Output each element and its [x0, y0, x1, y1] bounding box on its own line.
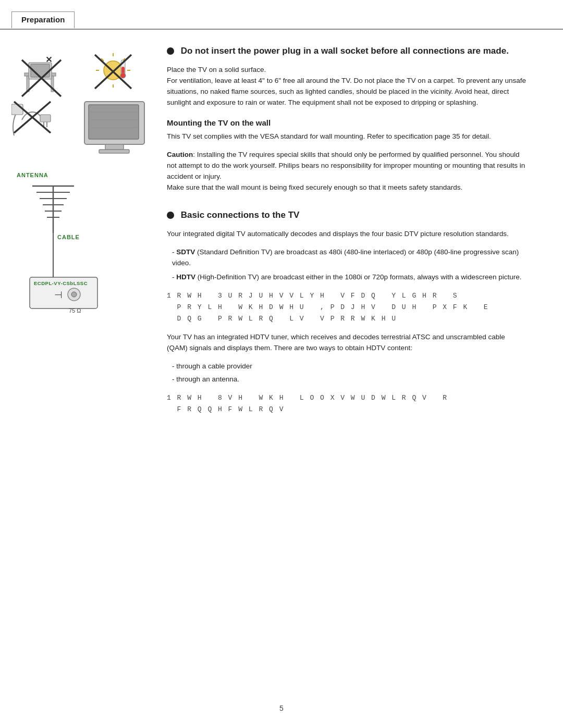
svg-text:⊣: ⊣: [54, 290, 63, 300]
mounting-text: This TV set complies with the VESA stand…: [167, 131, 527, 142]
sdtv-item: - SDTV (Standard Definition TV) are broa…: [167, 247, 527, 269]
preparation-tab: Preparation: [11, 11, 75, 28]
svg-text:✕: ✕: [45, 55, 52, 64]
sdtv-text: (Standard Definition TV) are broadcast a…: [172, 248, 519, 267]
main-heading-text: Do not insert the power plug in a wall s…: [181, 46, 509, 56]
caution-body: : Installing the TV requires special ski…: [167, 151, 525, 180]
hdtv-way-1: - through a cable provider: [167, 361, 527, 372]
svg-rect-34: [99, 150, 129, 153]
svg-text:CABLE: CABLE: [57, 234, 80, 240]
top-divider: [0, 29, 563, 30]
hdtv-text: (High-Definition TV) are broadcast eithe…: [195, 273, 522, 281]
antenna-diagram-svg: CABLE ECDPL-VY-CSbLSSC ⊣ 75 Ω: [17, 181, 121, 316]
svg-rect-33: [105, 144, 124, 150]
main-heading: Do not insert the power plug in a wall s…: [167, 45, 527, 57]
svg-rect-29: [89, 105, 139, 139]
basic-connections-heading: Basic connections to the TV: [167, 209, 527, 221]
note-block-2: 1 R W H 8 V H W K H L O O X V W U D W L …: [167, 392, 527, 415]
prep-tab-label: Preparation: [21, 15, 65, 24]
caution-body-2: Make sure that the wall mount is being f…: [167, 183, 462, 191]
sdtv-label: SDTV: [176, 248, 195, 256]
caution-label: Caution: [167, 151, 193, 158]
svg-point-25: [120, 73, 126, 78]
svg-point-49: [71, 292, 77, 297]
caution-text: Caution: Installing the TV requires spec…: [167, 150, 527, 193]
illustrations-svg: ✕: [11, 42, 152, 156]
mounting-heading: Mounting the TV on the wall: [167, 118, 527, 127]
right-column: Do not insert the power plug in a wall s…: [167, 36, 542, 423]
page-container: Preparation: [0, 0, 563, 728]
hdtv-way-2: - through an antenna.: [167, 374, 527, 385]
antenna-svg-area: CABLE ECDPL-VY-CSbLSSC ⊣ 75 Ω: [17, 181, 152, 318]
note-block-2-line1: 1 R W H 8 V H W K H L O O X V W U D W L …: [167, 392, 527, 404]
hdtv-tuner-text: Your TV has an integrated HDTV tuner, wh…: [167, 332, 527, 354]
svg-rect-11: [11, 104, 23, 115]
hdtv-item: - HDTV (High-Definition TV) are broadcas…: [167, 272, 527, 283]
illustrations-area: ✕: [11, 42, 152, 156]
basic-connections-intro: Your integrated digital TV automatically…: [167, 229, 527, 240]
page-number: 5: [279, 704, 284, 712]
note-block-1-line2: P R Y L H W K H D W H U , P D J H V D U …: [167, 302, 527, 313]
hdtv-label: HDTV: [176, 273, 195, 281]
antenna-label: ANTENNA: [17, 172, 152, 178]
svg-rect-8: [40, 115, 51, 122]
intro-text: Place the TV on a solid surface. For ven…: [167, 65, 527, 108]
svg-text:75 Ω: 75 Ω: [69, 307, 81, 314]
basic-connections-heading-text: Basic connections to the TV: [181, 210, 300, 220]
left-column: ✕: [11, 36, 152, 318]
antenna-section: ANTENNA CABLE: [11, 172, 152, 318]
bullet-dot-2: [167, 212, 174, 219]
svg-text:ECDPL-VY-CSbLSSC: ECDPL-VY-CSbLSSC: [34, 280, 88, 286]
bullet-dot-1: [167, 47, 174, 55]
note-block-1-line3: D Q G P R W L R Q L V V P R R W K H U: [167, 313, 527, 325]
note-block-1-line1: 1 R W H 3 U R J U H V V L Y H V F D Q Y …: [167, 290, 527, 302]
note-block-1: 1 R W H 3 U R J U H V V L Y H V F D Q Y …: [167, 290, 527, 325]
note-block-2-line2: F R Q Q H F W L R Q V: [167, 404, 527, 415]
